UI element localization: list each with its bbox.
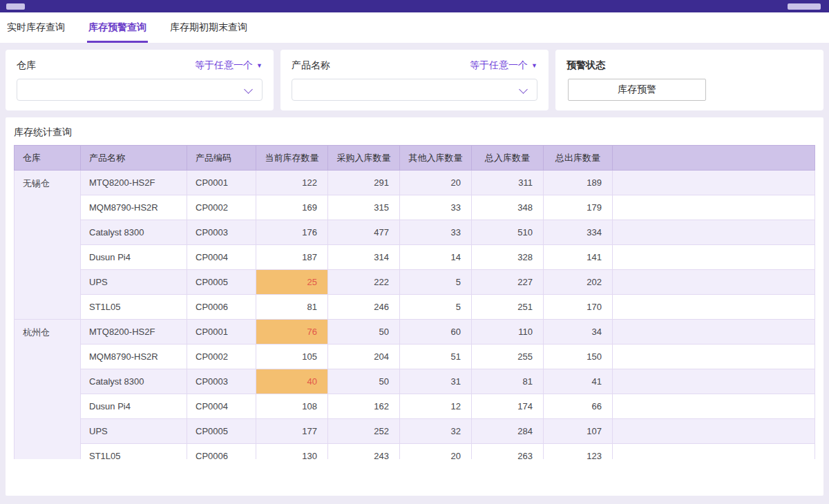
table-row[interactable]: UPSCP000517725232284107	[15, 419, 815, 444]
cell-product-code: CP0002	[187, 345, 256, 369]
cell-total-out: 41	[544, 369, 613, 394]
table-row[interactable]: 无锡仓MTQ8200-HS2FCP000112229120311189	[15, 171, 815, 195]
tab-bar: 实时库存查询库存预警查询库存期初期末查询	[0, 12, 829, 43]
cell-total-in: 284	[472, 419, 544, 444]
cell-purchase-in: 243	[328, 444, 400, 460]
table-header-row: 仓库产品名称产品编码当前库存数量采购入库数量其他入库数量总入库数量总出库数量	[15, 146, 815, 171]
cell-product-name: MQM8790-HS2R	[81, 195, 187, 220]
column-header-product-code: 产品编码	[187, 146, 256, 171]
filter-card-warehouse: 仓库 等于任意一个 ▼	[6, 50, 274, 110]
cell-other-in: 5	[400, 295, 472, 320]
chevron-down-icon	[519, 85, 528, 94]
cell-purchase-in: 50	[328, 369, 400, 394]
cell-product-name: ST1L05	[81, 295, 187, 320]
cell-product-code: CP0006	[187, 444, 256, 460]
cell-current-stock: 122	[256, 171, 328, 195]
cell-purchase-in: 204	[328, 345, 400, 369]
warehouse-group-cell: 无锡仓	[15, 171, 81, 320]
cell-current-stock: 25	[256, 270, 328, 295]
cell-product-code: CP0005	[187, 270, 256, 295]
cell-total-out: 34	[544, 320, 613, 345]
cell-product-code: CP0005	[187, 419, 256, 444]
tab-stock-alert[interactable]: 库存预警查询	[87, 12, 148, 43]
product-select[interactable]	[292, 79, 537, 101]
caret-down-icon: ▼	[531, 62, 537, 69]
cell-product-name: Dusun Pi4	[81, 394, 187, 419]
topbar-right-chip[interactable]	[788, 3, 821, 10]
cell-total-in: 174	[472, 394, 544, 419]
cell-other-in: 31	[400, 369, 472, 394]
cell-purchase-in: 162	[328, 394, 400, 419]
cell-current-stock: 76	[256, 320, 328, 345]
table-row[interactable]: 杭州仓MTQ8200-HS2FCP000176506011034	[15, 320, 815, 345]
cell-total-in: 255	[472, 345, 544, 369]
cell-purchase-in: 50	[328, 320, 400, 345]
filter-card-product: 产品名称 等于任意一个 ▼	[280, 50, 549, 110]
product-filter-label: 产品名称	[292, 59, 330, 72]
column-header-current-stock: 当前库存数量	[256, 146, 328, 171]
cell-product-code: CP0002	[187, 195, 256, 220]
topbar-logo-chip	[6, 3, 25, 10]
cell-total-in: 510	[472, 220, 544, 245]
cell-other-in: 20	[400, 171, 472, 195]
cell-product-code: CP0004	[187, 394, 256, 419]
table-row[interactable]: UPSCP0005252225227202	[15, 270, 815, 295]
cell-product-code: CP0006	[187, 295, 256, 320]
cell-purchase-in: 477	[328, 220, 400, 245]
cell-filler	[613, 295, 815, 320]
filter-bar: 仓库 等于任意一个 ▼ 产品名称 等于任意一个 ▼ 预警状态 库存预警	[6, 50, 823, 110]
cell-filler	[613, 245, 815, 270]
column-header-total-in: 总入库数量	[472, 146, 544, 171]
cell-current-stock: 81	[256, 295, 328, 320]
table-row[interactable]: ST1L05CP000613024320263123	[15, 444, 815, 460]
cell-total-in: 81	[472, 369, 544, 394]
cell-total-out: 170	[544, 295, 613, 320]
table-body: 无锡仓MTQ8200-HS2FCP000112229120311189MQM87…	[15, 171, 815, 460]
cell-filler	[613, 270, 815, 295]
cell-total-out: 334	[544, 220, 613, 245]
top-header-bar	[0, 0, 829, 12]
cell-product-code: CP0004	[187, 245, 256, 270]
cell-total-out: 179	[544, 195, 613, 220]
cell-total-in: 348	[472, 195, 544, 220]
warehouse-operator-dropdown[interactable]: 等于任意一个 ▼	[195, 59, 263, 72]
table-row[interactable]: Dusun Pi4CP00041081621217466	[15, 394, 815, 419]
tab-stock-period[interactable]: 库存期初期末查询	[169, 12, 249, 43]
tab-realtime-stock[interactable]: 实时库存查询	[6, 12, 66, 43]
cell-product-name: ST1L05	[81, 444, 187, 460]
cell-product-name: MTQ8200-HS2F	[81, 171, 187, 195]
cell-filler	[613, 419, 815, 444]
table-row[interactable]: MQM8790-HS2RCP000216931533348179	[15, 195, 815, 220]
cell-total-in: 311	[472, 171, 544, 195]
warehouse-operator-text: 等于任意一个	[195, 59, 253, 72]
cell-other-in: 5	[400, 270, 472, 295]
cell-product-code: CP0003	[187, 220, 256, 245]
column-header-product-name: 产品名称	[81, 146, 187, 171]
cell-total-in: 251	[472, 295, 544, 320]
inventory-stats-panel: 库存统计查询 仓库产品名称产品编码当前库存数量采购入库数量其他入库数量总入库数量…	[6, 117, 823, 496]
table-row[interactable]: Dusun Pi4CP000418731414328141	[15, 245, 815, 270]
column-header-purchase-in: 采购入库数量	[328, 146, 400, 171]
cell-purchase-in: 314	[328, 245, 400, 270]
table-row[interactable]: Catalyst 8300CP00034050318141	[15, 369, 815, 394]
cell-product-name: Catalyst 8300	[81, 369, 187, 394]
cell-total-out: 66	[544, 394, 613, 419]
column-header-filler	[613, 146, 815, 171]
cell-current-stock: 176	[256, 220, 328, 245]
cell-purchase-in: 315	[328, 195, 400, 220]
product-operator-dropdown[interactable]: 等于任意一个 ▼	[470, 59, 537, 72]
cell-product-code: CP0001	[187, 320, 256, 345]
cell-other-in: 33	[400, 220, 472, 245]
cell-other-in: 14	[400, 245, 472, 270]
table-container[interactable]: 仓库产品名称产品编码当前库存数量采购入库数量其他入库数量总入库数量总出库数量 无…	[14, 145, 815, 459]
cell-other-in: 20	[400, 444, 472, 460]
stock-alert-button[interactable]: 库存预警	[568, 79, 706, 101]
product-operator-text: 等于任意一个	[470, 59, 528, 72]
warehouse-select[interactable]	[17, 79, 263, 101]
table-row[interactable]: Catalyst 8300CP000317647733510334	[15, 220, 815, 245]
table-row[interactable]: ST1L05CP0006812465251170	[15, 295, 815, 320]
cell-total-in: 328	[472, 245, 544, 270]
table-row[interactable]: MQM8790-HS2RCP000210520451255150	[15, 345, 815, 369]
cell-current-stock: 187	[256, 245, 328, 270]
cell-total-in: 263	[472, 444, 544, 460]
